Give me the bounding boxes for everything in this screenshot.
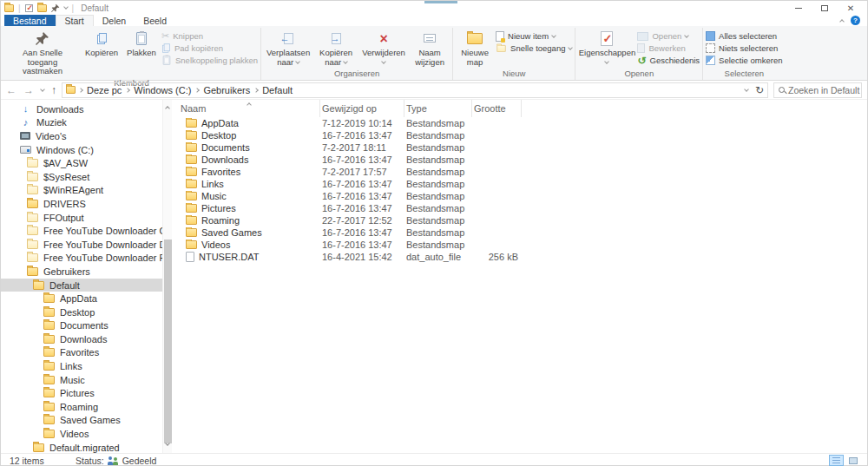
scrollbar-thumb[interactable] xyxy=(164,240,172,443)
refresh-button[interactable]: ↻ xyxy=(755,84,764,96)
tab-beeld[interactable]: Beeld xyxy=(135,15,175,26)
close-button[interactable]: ✕ xyxy=(838,2,864,15)
minimize-ribbon-icon[interactable] xyxy=(839,19,845,24)
sidebar-item-muziek[interactable]: ♪Muziek xyxy=(1,116,172,130)
sidebar-item-gebruikers[interactable]: Gebruikers xyxy=(1,265,172,279)
file-row[interactable]: Downloads16-7-2016 13:47Bestandsmap xyxy=(172,154,867,166)
column-header-type[interactable]: Type xyxy=(404,100,472,117)
search-input[interactable]: Zoeken in Default xyxy=(773,82,862,98)
sidebar-item-downloads[interactable]: ↓Downloads xyxy=(1,102,172,116)
breadcrumb-chevron-icon[interactable] xyxy=(253,88,259,93)
qat-chevron-down-icon[interactable] xyxy=(63,4,69,10)
group-label-organiseren: Organiseren xyxy=(264,69,450,80)
sidebar-item-free-youtube-downloader-converted[interactable]: Free YouTube Downloader Converted xyxy=(1,224,172,238)
sidebar-item-ffoutput[interactable]: FFOutput xyxy=(1,211,172,225)
minimize-button[interactable] xyxy=(786,2,812,15)
sidebar-item--sysreset[interactable]: $SysReset xyxy=(1,170,172,184)
sidebar-item--av-asw[interactable]: $AV_ASW xyxy=(1,156,172,170)
quick-access-button[interactable]: Snelle toegang xyxy=(496,43,572,54)
file-row[interactable]: Favorites7-2-2017 17:57Bestandsmap xyxy=(172,166,867,178)
file-row[interactable]: Roaming22-7-2017 12:52Bestandsmap xyxy=(172,214,867,226)
file-row[interactable]: Videos16-7-2016 13:47Bestandsmap xyxy=(172,239,867,251)
sidebar-item-music[interactable]: Music xyxy=(1,373,172,387)
rename-button[interactable]: Naam wijzigen xyxy=(410,28,450,69)
tab-bestand[interactable]: Bestand xyxy=(4,15,56,26)
paste-shortcut-button[interactable]: Snelkoppeling plakken xyxy=(161,55,258,66)
file-row[interactable]: Documents7-2-2017 18:11Bestandsmap xyxy=(172,141,867,154)
details-view-button[interactable] xyxy=(829,455,844,466)
address-input[interactable]: Deze pcWindows (C:)GebruikersDefault ↻ xyxy=(62,82,768,98)
new-item-button[interactable]: Nieuw item xyxy=(496,30,572,42)
open-button[interactable]: Openen xyxy=(637,30,700,42)
sidebar-item-downloads[interactable]: Downloads xyxy=(1,332,172,346)
forward-button[interactable]: → xyxy=(23,85,34,95)
delete-button[interactable]: × Verwijderen xyxy=(359,28,408,69)
sidebar-item-links[interactable]: Links xyxy=(1,359,172,373)
breadcrumb-chevron-icon[interactable] xyxy=(195,88,201,93)
sidebar-item-videos[interactable]: Videos xyxy=(1,427,172,441)
select-none-button[interactable]: Niets selecteren xyxy=(706,43,782,54)
address-dropdown-icon[interactable] xyxy=(744,87,749,92)
up-button[interactable]: ↑ xyxy=(51,85,56,95)
properties-button[interactable]: Eigenschappen xyxy=(578,28,635,67)
scroll-up-icon[interactable] xyxy=(165,106,170,111)
sidebar-item-roaming[interactable]: Roaming xyxy=(1,400,172,414)
column-header-naam[interactable]: Naam xyxy=(179,100,320,117)
quick-access-icon xyxy=(496,45,505,52)
tab-delen[interactable]: Delen xyxy=(94,15,135,26)
pin-icon[interactable] xyxy=(51,3,60,12)
details-view-icon xyxy=(832,457,840,464)
file-row[interactable]: Music16-7-2016 13:47Bestandsmap xyxy=(172,190,867,202)
copy-button[interactable]: Kopiëren xyxy=(82,28,122,60)
column-header-grootte[interactable]: Grootte xyxy=(472,100,522,117)
thumbnails-view-button[interactable] xyxy=(845,455,860,466)
new-folder-quick-icon[interactable] xyxy=(37,4,47,12)
sidebar-item-windows-c-[interactable]: Windows (C:) xyxy=(1,143,172,157)
file-row[interactable]: Saved Games16-7-2016 13:47Bestandsmap xyxy=(172,226,867,239)
breadcrumb-segment[interactable]: Default xyxy=(260,85,295,95)
breadcrumb-chevron-icon[interactable] xyxy=(126,88,131,93)
sidebar-item-label: Saved Games xyxy=(60,415,121,425)
file-row[interactable]: AppData7-12-2019 10:14Bestandsmap xyxy=(172,117,867,129)
maximize-button[interactable] xyxy=(812,2,838,15)
properties-quick-icon[interactable] xyxy=(25,4,33,12)
sidebar-item-default-migrated[interactable]: Default.migrated xyxy=(1,441,172,453)
edit-button[interactable]: Bewerken xyxy=(637,43,700,54)
new-folder-button[interactable]: Nieuwe map xyxy=(456,28,494,69)
file-row[interactable]: Desktop16-7-2016 13:47Bestandsmap xyxy=(172,129,867,141)
help-icon[interactable]: ? xyxy=(851,16,860,25)
sidebar-item-default[interactable]: Default xyxy=(1,279,172,292)
sidebar-item-favorites[interactable]: Favorites xyxy=(1,346,172,360)
sidebar-item-desktop[interactable]: Desktop xyxy=(1,305,172,319)
sidebar-item-drivers[interactable]: DRIVERS xyxy=(1,197,172,211)
recent-locations-chevron-icon[interactable] xyxy=(40,87,45,92)
back-button[interactable]: ← xyxy=(6,85,16,95)
copy-path-button[interactable]: Pad kopiëren xyxy=(161,43,258,54)
tab-start[interactable]: Start xyxy=(56,15,94,26)
cut-button[interactable]: ✂Knippen xyxy=(161,30,258,42)
sidebar-scrollbar[interactable] xyxy=(162,100,172,453)
sidebar-item-video-s[interactable]: Video's xyxy=(1,129,172,143)
column-header-gewijzigd-op[interactable]: Gewijzigd op xyxy=(320,100,404,117)
sidebar-item--winreagent[interactable]: $WinREAgent xyxy=(1,184,172,198)
sidebar-item-free-youtube-downloader-recorded[interactable]: Free YouTube Downloader Recorded xyxy=(1,252,172,266)
paste-button[interactable]: Plakken xyxy=(123,28,160,60)
select-all-button[interactable]: Alles selecteren xyxy=(706,30,782,42)
sidebar-item-saved-games[interactable]: Saved Games xyxy=(1,414,172,428)
sidebar-item-free-youtube-downloader-downloaded[interactable]: Free YouTube Downloader Downloaded xyxy=(1,238,172,252)
sidebar-item-pictures[interactable]: Pictures xyxy=(1,386,172,400)
move-to-button[interactable]: Verplaatsen naar xyxy=(264,28,312,69)
file-row[interactable]: NTUSER.DAT16-4-2021 15:42dat_auto_file25… xyxy=(172,251,867,263)
copy-to-button[interactable]: Kopiëren naar xyxy=(314,28,358,69)
breadcrumb-segment[interactable]: Deze pc xyxy=(84,85,124,95)
breadcrumb-segment[interactable]: Gebruikers xyxy=(201,85,253,95)
file-row[interactable]: Links16-7-2016 13:47Bestandsmap xyxy=(172,178,867,190)
file-row[interactable]: Pictures16-7-2016 13:47Bestandsmap xyxy=(172,202,867,214)
pin-to-quick-access-button[interactable]: Aan Snelle toegang vastmaken xyxy=(5,28,80,78)
breadcrumb-segment[interactable]: Windows (C:) xyxy=(131,85,194,95)
sidebar-item-documents[interactable]: Documents xyxy=(1,319,172,333)
sidebar-item-appdata[interactable]: AppData xyxy=(1,292,172,305)
invert-selection-button[interactable]: Selectie omkeren xyxy=(706,55,782,66)
breadcrumb-chevron-icon[interactable] xyxy=(78,88,83,93)
history-button[interactable]: ↺Geschiedenis xyxy=(637,55,700,66)
